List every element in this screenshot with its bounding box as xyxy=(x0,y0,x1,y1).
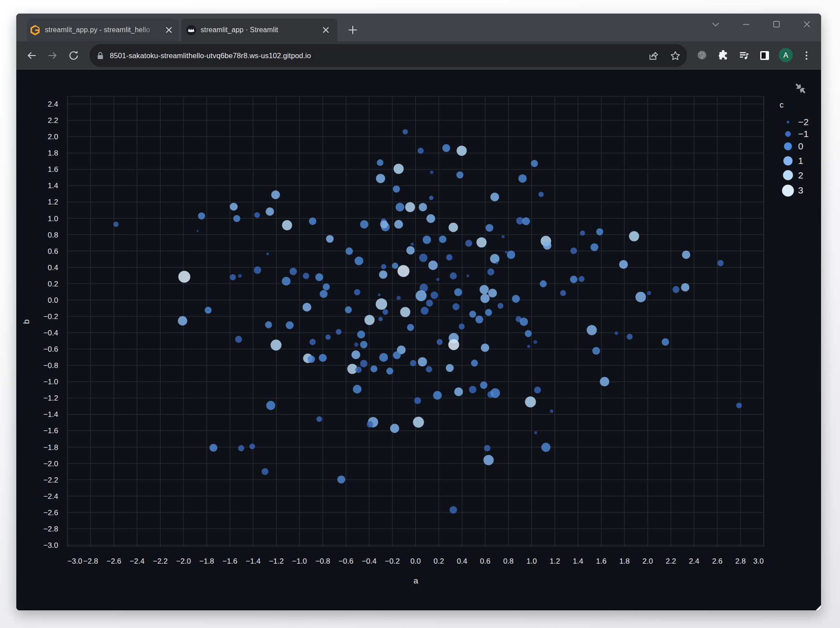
svg-text:0.8: 0.8 xyxy=(503,557,514,565)
svg-text:0.0: 0.0 xyxy=(48,296,58,305)
svg-text:−1.8: −1.8 xyxy=(43,443,58,452)
svg-text:0.6: 0.6 xyxy=(48,247,58,256)
svg-text:1.8: 1.8 xyxy=(619,557,630,565)
svg-text:−1.0: −1.0 xyxy=(292,557,307,565)
svg-text:−1: −1 xyxy=(798,129,809,139)
svg-text:1.0: 1.0 xyxy=(48,215,58,223)
svg-text:2: 2 xyxy=(798,170,803,180)
svg-text:−0.8: −0.8 xyxy=(315,557,330,565)
svg-text:−0.4: −0.4 xyxy=(362,557,377,565)
svg-text:−1.4: −1.4 xyxy=(43,410,58,419)
svg-text:2.6: 2.6 xyxy=(712,557,723,565)
svg-text:−2.0: −2.0 xyxy=(43,460,58,468)
svg-text:0.6: 0.6 xyxy=(480,557,491,565)
svg-text:−1.0: −1.0 xyxy=(43,378,58,386)
svg-text:−1.2: −1.2 xyxy=(43,394,58,402)
svg-text:−1.8: −1.8 xyxy=(199,557,214,565)
svg-text:0.4: 0.4 xyxy=(457,557,467,565)
svg-text:0.4: 0.4 xyxy=(48,264,58,272)
svg-text:1.4: 1.4 xyxy=(48,182,58,190)
svg-text:−2.2: −2.2 xyxy=(153,557,168,565)
svg-text:0.2: 0.2 xyxy=(433,557,444,565)
svg-text:−1.4: −1.4 xyxy=(246,557,261,565)
svg-text:−2.4: −2.4 xyxy=(43,492,58,501)
svg-text:−2.6: −2.6 xyxy=(107,557,122,565)
svg-text:2.4: 2.4 xyxy=(689,557,699,565)
svg-text:2.8: 2.8 xyxy=(735,557,746,565)
svg-text:−0.6: −0.6 xyxy=(43,345,58,353)
svg-text:1.2: 1.2 xyxy=(549,557,560,565)
svg-text:3.0: 3.0 xyxy=(753,557,764,565)
svg-text:1.4: 1.4 xyxy=(573,557,583,565)
svg-text:2.2: 2.2 xyxy=(666,557,676,565)
svg-text:−1.6: −1.6 xyxy=(43,427,58,435)
svg-text:1: 1 xyxy=(798,156,803,166)
svg-text:2.2: 2.2 xyxy=(48,116,58,125)
svg-text:c: c xyxy=(780,100,784,109)
svg-text:b: b xyxy=(22,320,31,324)
svg-text:−2.8: −2.8 xyxy=(83,557,98,565)
svg-text:2.0: 2.0 xyxy=(642,557,653,565)
svg-text:1.6: 1.6 xyxy=(596,557,607,565)
svg-text:1.0: 1.0 xyxy=(526,557,537,565)
svg-text:1.2: 1.2 xyxy=(48,198,58,206)
svg-text:3: 3 xyxy=(798,185,803,195)
svg-text:a: a xyxy=(414,576,418,585)
svg-text:0.2: 0.2 xyxy=(48,280,58,288)
svg-text:−3.0: −3.0 xyxy=(67,557,82,565)
svg-text:−2.6: −2.6 xyxy=(43,509,58,517)
svg-text:2.0: 2.0 xyxy=(48,133,58,141)
svg-text:2.4: 2.4 xyxy=(48,100,58,108)
svg-text:−2.0: −2.0 xyxy=(176,557,191,565)
svg-text:−1.2: −1.2 xyxy=(269,557,284,565)
svg-text:−2: −2 xyxy=(798,117,809,127)
svg-text:1.6: 1.6 xyxy=(48,165,58,174)
svg-text:0.0: 0.0 xyxy=(411,557,421,565)
svg-text:−0.2: −0.2 xyxy=(43,312,58,321)
svg-text:−0.4: −0.4 xyxy=(43,329,58,337)
svg-text:0: 0 xyxy=(798,141,803,151)
svg-text:−2.4: −2.4 xyxy=(130,557,145,565)
svg-text:−2.2: −2.2 xyxy=(43,476,58,484)
svg-text:−2.8: −2.8 xyxy=(43,525,58,533)
svg-text:0.8: 0.8 xyxy=(48,231,58,239)
svg-text:1.8: 1.8 xyxy=(48,149,58,157)
svg-text:−0.2: −0.2 xyxy=(385,557,400,565)
svg-text:−3.0: −3.0 xyxy=(43,541,58,550)
svg-text:−0.8: −0.8 xyxy=(43,361,58,370)
svg-text:−0.6: −0.6 xyxy=(339,557,354,565)
svg-text:−1.6: −1.6 xyxy=(223,557,238,565)
